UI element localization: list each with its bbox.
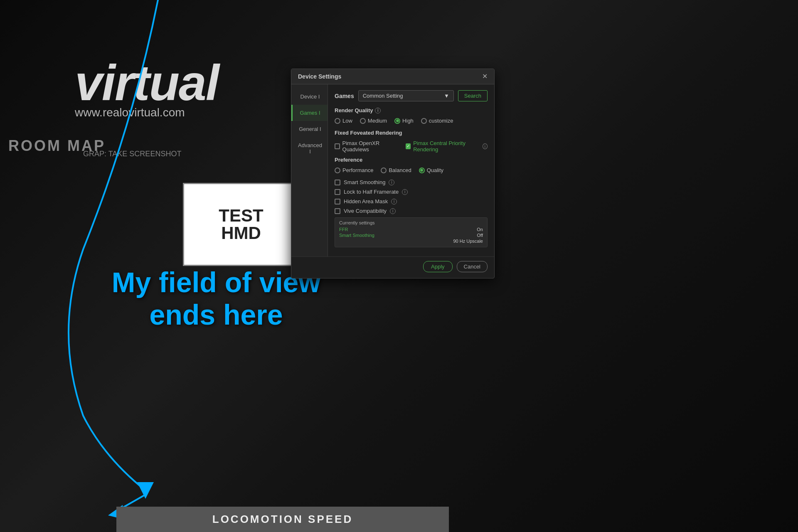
- currently-settings-box: Currently settings FFR On Smart Smoothin…: [335, 217, 488, 247]
- checkbox-pimax-central[interactable]: ✓ Pimax Central Priority Rendering i: [406, 140, 488, 153]
- lock-half-framerate-info-icon[interactable]: i: [402, 189, 408, 195]
- locomotion-label: LOCOMOTION SPEED: [129, 513, 436, 526]
- nav-item-general[interactable]: General I: [291, 121, 328, 137]
- currently-hz-val: 90 Hz Upscale: [453, 239, 483, 244]
- checkbox-pimax-quadviews[interactable]: Pimax OpenXR Quadviews: [335, 140, 398, 153]
- radio-medium[interactable]: Medium: [360, 118, 387, 124]
- radio-medium-circle: [360, 118, 366, 124]
- ffr-checkbox-row: Pimax OpenXR Quadviews ✓ Pimax Central P…: [335, 140, 488, 153]
- virtual-text: virtual: [75, 54, 219, 111]
- checkbox-central-check: ✓: [406, 144, 410, 148]
- currently-smoothing-key: Smart Smoothing: [339, 233, 374, 238]
- dropdown-value: Common Setting: [363, 93, 403, 99]
- currently-ffr-val: On: [477, 227, 483, 232]
- render-quality-label: Render Quality: [335, 107, 373, 113]
- radio-high-label: High: [402, 118, 414, 124]
- modal-main-content: Games Common Setting ▼ Search Render Qua…: [328, 84, 494, 256]
- radio-high-circle: [394, 118, 400, 124]
- ffr-section-title: Fixed Foveated Rendering: [335, 130, 488, 136]
- lock-half-framerate-row: Lock to Half Framerate i: [335, 189, 488, 195]
- screenshot-text: GRAP: TAKE SCREENSHOT: [83, 150, 181, 158]
- currently-row-ffr: FFR On: [339, 227, 483, 232]
- radio-balanced[interactable]: Balanced: [381, 167, 411, 173]
- radio-low-label: Low: [342, 118, 352, 124]
- nav-item-device[interactable]: Device I: [291, 89, 328, 105]
- radio-quality-circle: [419, 167, 425, 173]
- search-button[interactable]: Search: [458, 90, 488, 101]
- lock-half-framerate-label: Lock to Half Framerate: [344, 189, 399, 195]
- radio-perf-label: Performance: [342, 167, 373, 173]
- test-hmd-logo: TEST HMD: [183, 183, 299, 266]
- checkbox-central-box: ✓: [406, 143, 411, 149]
- radio-customize-label: customize: [429, 118, 453, 124]
- radio-low[interactable]: Low: [335, 118, 352, 124]
- games-dropdown[interactable]: Common Setting ▼: [358, 90, 454, 101]
- ffr-central-info-icon[interactable]: i: [483, 143, 488, 149]
- currently-row-hz: 90 Hz Upscale: [339, 239, 483, 244]
- radio-quality-label: Quality: [427, 167, 443, 173]
- url-text: www.realovirtual.com: [75, 106, 185, 119]
- radio-high-dot: [396, 119, 399, 122]
- render-quality-radio-group: Low Medium High customize: [335, 118, 488, 124]
- modal-title-bar: Device Settings ✕: [291, 69, 494, 84]
- dropdown-arrow-icon: ▼: [444, 93, 449, 99]
- nav-item-advanced[interactable]: Advanced I: [291, 137, 328, 160]
- device-settings-modal: Device Settings ✕ Device I Games I Gener…: [291, 69, 495, 278]
- currently-settings-title: Currently settings: [339, 220, 483, 225]
- radio-balanced-label: Balanced: [389, 167, 411, 173]
- apply-button[interactable]: Apply: [423, 261, 453, 272]
- preference-section: Preference Performance Balanced: [335, 157, 488, 173]
- checkbox-central-label: Pimax Central Priority Rendering: [413, 140, 480, 153]
- radio-medium-label: Medium: [368, 118, 387, 124]
- modal-sidebar: Device I Games I General I Advanced I: [291, 84, 328, 256]
- render-quality-info-icon[interactable]: i: [375, 108, 381, 113]
- modal-footer: Apply Cancel: [291, 256, 494, 278]
- radio-performance[interactable]: Performance: [335, 167, 373, 173]
- currently-ffr-key: FFR: [339, 227, 348, 232]
- radio-balanced-circle: [381, 167, 387, 173]
- nav-item-games[interactable]: Games I: [291, 105, 328, 121]
- preference-title: Preference: [335, 157, 488, 163]
- radio-low-circle: [335, 118, 340, 124]
- radio-quality-dot: [420, 169, 423, 172]
- smart-smoothing-info-icon[interactable]: i: [389, 180, 394, 185]
- radio-customize-circle: [421, 118, 427, 124]
- checkbox-quadviews-label: Pimax OpenXR Quadviews: [342, 140, 398, 153]
- games-label: Games: [335, 93, 354, 99]
- hidden-area-mask-row: Hidden Area Mask i: [335, 198, 488, 204]
- test-hmd-line1: TEST: [219, 207, 263, 224]
- cancel-button[interactable]: Cancel: [457, 261, 488, 272]
- radio-perf-circle: [335, 167, 340, 173]
- hidden-area-mask-info-icon[interactable]: i: [391, 199, 397, 204]
- test-hmd-line2: HMD: [219, 224, 263, 242]
- radio-high[interactable]: High: [394, 118, 414, 124]
- currently-row-smartsmoothing: Smart Smoothing Off: [339, 233, 483, 238]
- smart-smoothing-checkbox[interactable]: [335, 180, 340, 185]
- vive-compatibility-label: Vive Compatibility: [344, 208, 387, 214]
- radio-quality[interactable]: Quality: [419, 167, 443, 173]
- ffr-label: Fixed Foveated Rendering: [335, 130, 402, 136]
- hidden-area-mask-checkbox[interactable]: [335, 199, 340, 204]
- locomotion-bar: LOCOMOTION SPEED: [116, 507, 449, 532]
- lock-half-framerate-checkbox[interactable]: [335, 189, 340, 195]
- smart-smoothing-row: Smart Smoothing i: [335, 179, 488, 185]
- vive-compatibility-checkbox[interactable]: [335, 208, 340, 214]
- radio-customize[interactable]: customize: [421, 118, 453, 124]
- preference-radio-group: Performance Balanced Quality: [335, 167, 488, 173]
- vive-compatibility-info-icon[interactable]: i: [390, 208, 396, 214]
- preference-label: Preference: [335, 157, 362, 163]
- checkbox-quadviews-box: [335, 143, 340, 149]
- vive-compatibility-row: Vive Compatibility i: [335, 208, 488, 214]
- hidden-area-mask-label: Hidden Area Mask: [344, 198, 388, 204]
- smart-smoothing-label: Smart Smoothing: [344, 179, 385, 185]
- modal-title: Device Settings: [298, 73, 341, 80]
- games-header: Games Common Setting ▼ Search: [335, 90, 488, 101]
- close-button[interactable]: ✕: [482, 73, 488, 80]
- modal-body: Device I Games I General I Advanced I Ga…: [291, 84, 494, 256]
- render-quality-section: Render Quality i: [335, 107, 488, 113]
- currently-smoothing-val: Off: [477, 233, 483, 238]
